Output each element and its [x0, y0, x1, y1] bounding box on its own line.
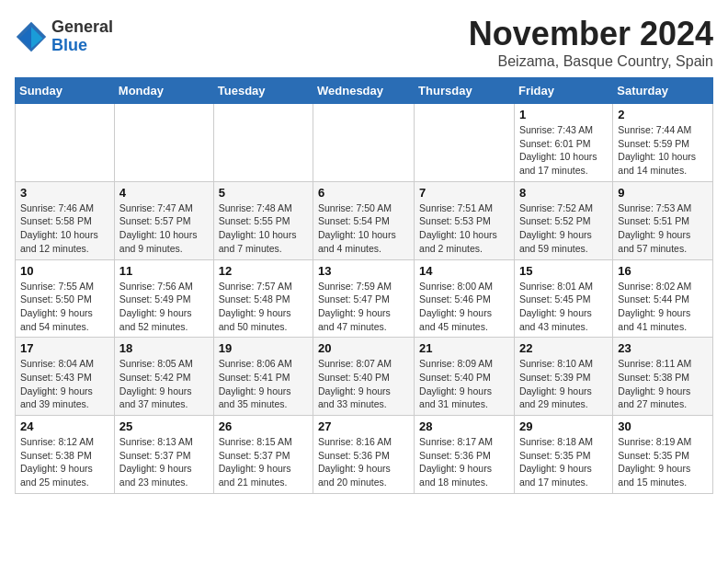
day-number: 1 — [519, 108, 608, 121]
weekday-header-thursday: Thursday — [415, 78, 515, 104]
day-number: 27 — [318, 419, 409, 433]
calendar-cell: 20Sunrise: 8:07 AMSunset: 5:40 PMDayligh… — [313, 338, 415, 416]
calendar-cell: 1Sunrise: 7:43 AMSunset: 6:01 PMDaylight… — [514, 104, 612, 182]
page-header: General Blue November 2024 Beizama, Basq… — [15, 15, 713, 70]
logo-text: General Blue — [51, 18, 113, 55]
day-number: 19 — [219, 341, 308, 355]
calendar-cell: 27Sunrise: 8:16 AMSunset: 5:36 PMDayligh… — [313, 416, 415, 494]
weekday-header-wednesday: Wednesday — [313, 78, 415, 104]
day-info: Sunrise: 7:47 AMSunset: 5:57 PMDaylight:… — [119, 201, 209, 256]
day-info: Sunrise: 7:51 AMSunset: 5:53 PMDaylight:… — [419, 201, 509, 256]
day-number: 21 — [419, 341, 509, 355]
calendar-cell: 2Sunrise: 7:44 AMSunset: 5:59 PMDaylight… — [613, 104, 713, 182]
calendar-cell: 15Sunrise: 8:01 AMSunset: 5:45 PMDayligh… — [514, 259, 612, 338]
day-number: 25 — [119, 419, 209, 433]
calendar-cell: 7Sunrise: 7:51 AMSunset: 5:53 PMDaylight… — [415, 181, 515, 259]
calendar-cell: 17Sunrise: 8:04 AMSunset: 5:43 PMDayligh… — [16, 338, 115, 416]
day-number: 11 — [119, 264, 209, 278]
weekday-header-friday: Friday — [514, 78, 612, 104]
day-info: Sunrise: 8:13 AMSunset: 5:37 PMDaylight:… — [119, 435, 209, 489]
day-number: 22 — [519, 341, 608, 355]
logo-icon — [15, 20, 48, 53]
day-info: Sunrise: 8:02 AMSunset: 5:44 PMDaylight:… — [618, 280, 708, 334]
calendar-cell — [415, 104, 515, 182]
calendar-cell: 19Sunrise: 8:06 AMSunset: 5:41 PMDayligh… — [213, 338, 313, 416]
day-info: Sunrise: 8:10 AMSunset: 5:39 PMDaylight:… — [519, 357, 608, 411]
weekday-header-monday: Monday — [114, 78, 213, 104]
day-number: 20 — [318, 341, 409, 355]
day-info: Sunrise: 7:52 AMSunset: 5:52 PMDaylight:… — [519, 201, 608, 256]
calendar-cell — [313, 104, 415, 182]
week-row-2: 3Sunrise: 7:46 AMSunset: 5:58 PMDaylight… — [16, 181, 713, 259]
calendar-cell: 14Sunrise: 8:00 AMSunset: 5:46 PMDayligh… — [415, 259, 515, 338]
day-info: Sunrise: 8:07 AMSunset: 5:40 PMDaylight:… — [318, 357, 409, 411]
calendar-cell: 25Sunrise: 8:13 AMSunset: 5:37 PMDayligh… — [114, 416, 213, 494]
week-row-5: 24Sunrise: 8:12 AMSunset: 5:38 PMDayligh… — [16, 416, 713, 494]
day-number: 4 — [119, 186, 209, 200]
day-number: 7 — [419, 186, 509, 200]
day-info: Sunrise: 7:53 AMSunset: 5:51 PMDaylight:… — [618, 201, 708, 256]
calendar-cell: 28Sunrise: 8:17 AMSunset: 5:36 PMDayligh… — [415, 416, 515, 494]
logo-general: General — [51, 18, 113, 37]
day-number: 12 — [219, 264, 308, 278]
calendar-cell: 9Sunrise: 7:53 AMSunset: 5:51 PMDaylight… — [613, 181, 713, 259]
calendar-cell: 13Sunrise: 7:59 AMSunset: 5:47 PMDayligh… — [313, 259, 415, 338]
day-number: 24 — [20, 419, 109, 433]
day-info: Sunrise: 7:59 AMSunset: 5:47 PMDaylight:… — [318, 280, 409, 334]
day-info: Sunrise: 7:50 AMSunset: 5:54 PMDaylight:… — [318, 201, 409, 256]
day-info: Sunrise: 8:09 AMSunset: 5:40 PMDaylight:… — [419, 357, 509, 411]
day-info: Sunrise: 7:57 AMSunset: 5:48 PMDaylight:… — [219, 280, 308, 334]
week-row-3: 10Sunrise: 7:55 AMSunset: 5:50 PMDayligh… — [16, 259, 713, 338]
day-number: 8 — [519, 186, 608, 200]
day-number: 28 — [419, 419, 509, 433]
title-block: November 2024 Beizama, Basque Country, S… — [469, 15, 713, 70]
day-info: Sunrise: 8:17 AMSunset: 5:36 PMDaylight:… — [419, 435, 509, 489]
day-info: Sunrise: 8:11 AMSunset: 5:38 PMDaylight:… — [618, 357, 708, 411]
day-number: 3 — [20, 186, 109, 200]
day-info: Sunrise: 7:55 AMSunset: 5:50 PMDaylight:… — [20, 280, 109, 334]
day-info: Sunrise: 8:01 AMSunset: 5:45 PMDaylight:… — [519, 280, 608, 334]
day-number: 29 — [519, 419, 608, 433]
calendar-cell — [114, 104, 213, 182]
calendar-cell: 8Sunrise: 7:52 AMSunset: 5:52 PMDaylight… — [514, 181, 612, 259]
day-info: Sunrise: 8:00 AMSunset: 5:46 PMDaylight:… — [419, 280, 509, 334]
day-number: 9 — [618, 186, 708, 200]
day-info: Sunrise: 8:12 AMSunset: 5:38 PMDaylight:… — [20, 435, 109, 489]
day-info: Sunrise: 8:16 AMSunset: 5:36 PMDaylight:… — [318, 435, 409, 489]
day-number: 23 — [618, 341, 708, 355]
calendar-cell — [16, 104, 115, 182]
logo-blue: Blue — [51, 37, 113, 55]
day-info: Sunrise: 7:46 AMSunset: 5:58 PMDaylight:… — [20, 201, 109, 256]
day-info: Sunrise: 7:43 AMSunset: 6:01 PMDaylight:… — [519, 123, 608, 178]
calendar-cell: 5Sunrise: 7:48 AMSunset: 5:55 PMDaylight… — [213, 181, 313, 259]
calendar-cell: 24Sunrise: 8:12 AMSunset: 5:38 PMDayligh… — [16, 416, 115, 494]
weekday-header-tuesday: Tuesday — [213, 78, 313, 104]
calendar-cell: 10Sunrise: 7:55 AMSunset: 5:50 PMDayligh… — [16, 259, 115, 338]
week-row-1: 1Sunrise: 7:43 AMSunset: 6:01 PMDaylight… — [16, 104, 713, 182]
location-title: Beizama, Basque Country, Spain — [469, 53, 713, 70]
calendar-cell: 3Sunrise: 7:46 AMSunset: 5:58 PMDaylight… — [16, 181, 115, 259]
calendar-cell: 21Sunrise: 8:09 AMSunset: 5:40 PMDayligh… — [415, 338, 515, 416]
calendar-table: SundayMondayTuesdayWednesdayThursdayFrid… — [15, 77, 713, 494]
day-info: Sunrise: 7:44 AMSunset: 5:59 PMDaylight:… — [618, 123, 708, 178]
day-number: 15 — [519, 264, 608, 278]
calendar-cell — [213, 104, 313, 182]
day-number: 5 — [219, 186, 308, 200]
day-info: Sunrise: 7:48 AMSunset: 5:55 PMDaylight:… — [219, 201, 308, 256]
logo: General Blue — [15, 18, 113, 55]
day-number: 2 — [618, 108, 708, 121]
day-number: 10 — [20, 264, 109, 278]
calendar-cell: 11Sunrise: 7:56 AMSunset: 5:49 PMDayligh… — [114, 259, 213, 338]
weekday-header-saturday: Saturday — [613, 78, 713, 104]
calendar-cell: 26Sunrise: 8:15 AMSunset: 5:37 PMDayligh… — [213, 416, 313, 494]
day-info: Sunrise: 7:56 AMSunset: 5:49 PMDaylight:… — [119, 280, 209, 334]
week-row-4: 17Sunrise: 8:04 AMSunset: 5:43 PMDayligh… — [16, 338, 713, 416]
day-number: 30 — [618, 419, 708, 433]
day-number: 17 — [20, 341, 109, 355]
month-title: November 2024 — [469, 15, 713, 53]
day-number: 14 — [419, 264, 509, 278]
calendar-cell: 6Sunrise: 7:50 AMSunset: 5:54 PMDaylight… — [313, 181, 415, 259]
day-number: 16 — [618, 264, 708, 278]
day-info: Sunrise: 8:04 AMSunset: 5:43 PMDaylight:… — [20, 357, 109, 411]
calendar-cell: 18Sunrise: 8:05 AMSunset: 5:42 PMDayligh… — [114, 338, 213, 416]
